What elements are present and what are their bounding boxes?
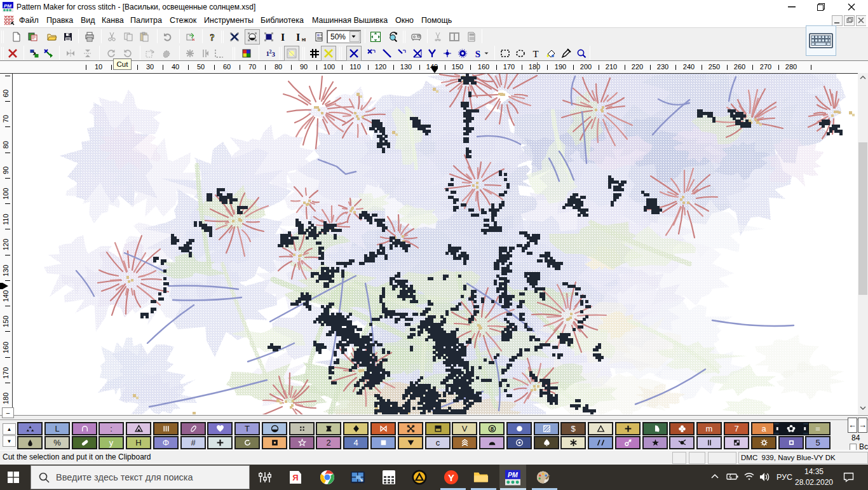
svg-text:Y: Y <box>448 472 454 483</box>
svg-text:HE: HE <box>302 37 306 42</box>
svg-text:Я: Я <box>292 473 298 482</box>
svg-text:I: I <box>296 32 300 42</box>
svg-text:PM: PM <box>4 3 11 9</box>
svg-text:I: I <box>281 32 285 42</box>
svg-text:8: 8 <box>490 425 494 432</box>
svg-text:S: S <box>475 49 480 59</box>
svg-text:PM: PM <box>508 471 518 479</box>
svg-text:?: ? <box>210 32 215 43</box>
svg-text:T: T <box>532 49 538 59</box>
svg-text:3: 3 <box>271 50 275 58</box>
